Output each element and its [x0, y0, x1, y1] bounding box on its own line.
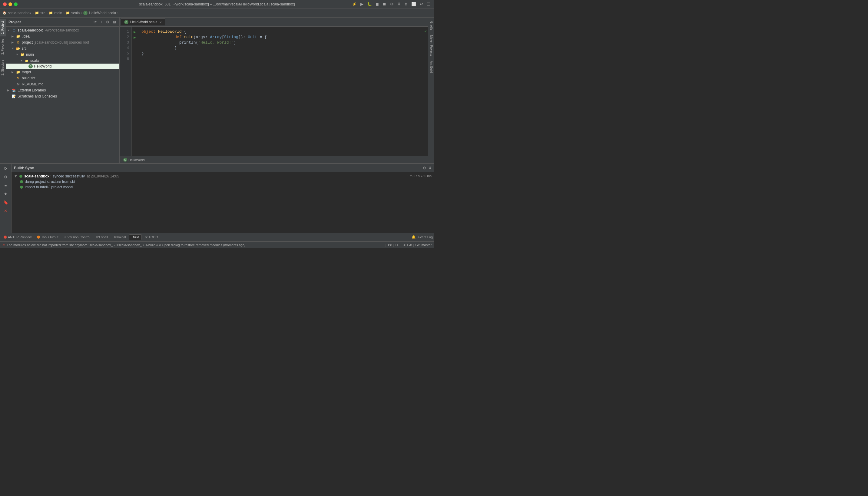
- log-sub-entry-2: import to IntelliJ project model: [14, 184, 432, 190]
- breadcrumb-item-scala[interactable]: scala: [71, 11, 80, 15]
- bottom-panel: ⟳ ⚙ ≡ ★ 🔖 ✕ Build: Sync ⚙ ⬇ ▼: [0, 163, 434, 233]
- terminal-icon[interactable]: ⬜: [411, 1, 417, 7]
- tree-item-target[interactable]: ▶ 📁 target: [6, 69, 119, 75]
- editor-area: S HelloWorld.scala ✕ 1 2 3 4 5 6: [120, 18, 428, 163]
- tree-item-project[interactable]: ▶ ⚙ project [scala-sandbox-build] source…: [6, 40, 119, 45]
- btab-tool-output[interactable]: Tool Output: [34, 235, 61, 239]
- run-icon[interactable]: ▶: [360, 1, 364, 7]
- bottom-header-download[interactable]: ⬇: [429, 166, 432, 170]
- sidebar-tab-favorites[interactable]: 2: Favorites: [0, 36, 6, 57]
- sidebar-tab-structure[interactable]: Z: Structure: [0, 57, 6, 78]
- run-marker-2[interactable]: ▶: [132, 34, 138, 40]
- sidebar-tab-ant[interactable]: Ant Build: [428, 59, 434, 75]
- line-num-5: 5: [120, 51, 131, 56]
- log-timestamp: at 2018/04/26 14:05: [87, 174, 119, 179]
- btab-todo[interactable]: 6: TODO: [142, 235, 160, 239]
- code-line-1: object HelloWorld {: [141, 29, 420, 34]
- sync-strip-icon[interactable]: ⟳: [2, 165, 9, 172]
- tree-label-readme: README.md: [22, 82, 43, 86]
- coverage-icon[interactable]: ◼: [375, 1, 379, 7]
- editor-tab-helloworld[interactable]: S HelloWorld.scala ✕: [121, 18, 165, 26]
- tree-arrow-src: ▼: [12, 47, 16, 50]
- breadcrumb-icon: 🏠: [2, 11, 7, 15]
- antlr-dot-icon: [4, 236, 7, 238]
- breadcrumb-bar: 🏠 scala-sandbox › 📁 src › 📁 main › 📁 sca…: [2, 11, 119, 15]
- debug-icon[interactable]: 🐛: [367, 1, 373, 7]
- breadcrumb-item-helloworld[interactable]: HelloWorld.scala: [89, 11, 116, 15]
- star-strip-icon[interactable]: ★: [2, 190, 9, 197]
- tree-item-src[interactable]: ▼ 📂 src: [6, 45, 119, 51]
- line-num-6: 6: [120, 56, 131, 62]
- vcs-push-icon[interactable]: ⬆: [404, 1, 408, 7]
- tree-item-readme[interactable]: M README.md: [6, 81, 119, 87]
- tree-item-external-libs[interactable]: ▶ 📚 External Libraries: [6, 87, 119, 93]
- settings-gear-icon[interactable]: ⚙: [105, 20, 110, 25]
- expand-icon[interactable]: ⊞: [112, 20, 117, 25]
- sidebar-tab-gradle[interactable]: Gradle: [428, 19, 434, 33]
- bottom-header-settings[interactable]: ⚙: [423, 166, 426, 170]
- sidebar-tab-maven[interactable]: Maven Projects: [428, 33, 434, 59]
- breadcrumb-item-main[interactable]: main: [54, 11, 62, 15]
- project-panel-header: Project ⟳ + ⚙ ⊞: [6, 18, 119, 27]
- window-controls: [3, 2, 18, 6]
- vcs-icon[interactable]: ⬇: [397, 1, 401, 7]
- log-text-1: dump project structure from sbt: [25, 180, 75, 184]
- btab-vc-label: 9: Version Control: [64, 235, 90, 239]
- status-git[interactable]: Git: master: [415, 243, 432, 247]
- stop-icon[interactable]: ⏹: [382, 1, 387, 7]
- nav-icon[interactable]: ⚡: [351, 1, 357, 7]
- status-position[interactable]: 1:8: [387, 243, 392, 247]
- btab-build[interactable]: Build: [129, 234, 142, 240]
- tab-close-button[interactable]: ✕: [159, 20, 162, 24]
- close-button[interactable]: [3, 2, 7, 6]
- code-editor[interactable]: 1 2 3 4 5 6 ▶ ▶: [120, 27, 428, 156]
- status-bar: ⚠ The modules below are not imported fro…: [0, 241, 434, 248]
- status-encoding[interactable]: UTF-8: [403, 243, 412, 247]
- tree-item-main[interactable]: ▼ 📁 main: [6, 51, 119, 58]
- btab-terminal[interactable]: Terminal: [111, 235, 128, 239]
- folder-icon-main: 📁: [20, 52, 25, 57]
- bottom-title: Build: Sync: [14, 166, 34, 170]
- run-marker-5: [132, 51, 138, 56]
- run-marker-1[interactable]: ▶: [132, 29, 138, 34]
- list-strip-icon[interactable]: ≡: [2, 182, 9, 189]
- scala-tab-icon: S: [124, 20, 128, 24]
- tree-item-scala-folder[interactable]: ▼ 📁 scala: [6, 58, 119, 64]
- tree-item-idea[interactable]: ▶ 📁 .idea: [6, 33, 119, 40]
- validation-check: ✓: [424, 29, 428, 33]
- line-num-3: 3: [120, 40, 131, 45]
- editor-tab-bar: S HelloWorld.scala ✕: [120, 18, 428, 27]
- settings-strip-icon[interactable]: ⚙: [2, 173, 9, 180]
- settings-icon[interactable]: ⚙: [389, 1, 394, 7]
- scala-src-folder-icon: 📁: [24, 58, 29, 63]
- undo-icon[interactable]: ↩: [419, 1, 424, 7]
- sync-icon[interactable]: ⟳: [93, 20, 97, 25]
- tree-label-buildsbt: build.sbt: [22, 76, 35, 80]
- add-icon[interactable]: +: [99, 20, 103, 25]
- columns-icon[interactable]: ☰: [426, 1, 431, 7]
- close-strip-icon[interactable]: ✕: [2, 207, 9, 214]
- tree-item-buildsbt[interactable]: S build.sbt: [6, 75, 119, 81]
- log-sub-entry-1: dump project structure from sbt: [14, 179, 432, 184]
- btab-version-control[interactable]: 9: Version Control: [61, 235, 93, 239]
- tool-output-dot-icon: [37, 236, 40, 238]
- tree-item-helloworld[interactable]: S HelloWorld: [6, 64, 119, 69]
- breadcrumb-item-sandbox[interactable]: scala-sandbox: [8, 11, 31, 15]
- bookmark-strip-icon[interactable]: 🔖: [2, 199, 9, 206]
- line-num-2: 2: [120, 34, 131, 40]
- tree-item-scala-sandbox[interactable]: ▼ ◻ scala-sandbox ~/work/scala-sandbox: [6, 27, 119, 33]
- status-lf[interactable]: LF: [395, 243, 399, 247]
- btab-sbt-shell[interactable]: sbt shell: [93, 235, 110, 239]
- breadcrumb-item-src[interactable]: src: [40, 11, 45, 15]
- minimize-button[interactable]: [9, 2, 12, 6]
- maximize-button[interactable]: [14, 2, 18, 6]
- code-content[interactable]: object HelloWorld { def main(args: Array…: [138, 27, 424, 156]
- sidebar-tab-project[interactable]: 1: Project: [0, 19, 6, 36]
- tree-item-scratches[interactable]: 📝 Scratches and Consoles: [6, 93, 119, 99]
- code-line-5: }: [141, 51, 420, 56]
- btab-antlr[interactable]: ANTLR Preview: [1, 235, 34, 239]
- event-log-label[interactable]: Event Log: [418, 235, 433, 239]
- run-marker-4: [132, 45, 138, 51]
- right-gutter: ✓: [424, 27, 428, 156]
- code-line-2: def main(args: Array[String]): Unit = {: [141, 34, 420, 40]
